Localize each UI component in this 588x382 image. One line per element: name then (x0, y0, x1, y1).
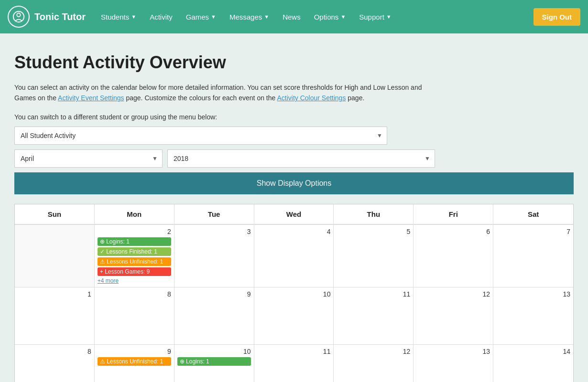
cal-cell-w1-sun (15, 225, 95, 287)
cal-date: 7 (496, 228, 570, 235)
page-description: You can select an activity on the calend… (14, 82, 445, 104)
cal-cell-w2-fri: 12 (414, 287, 493, 345)
cal-date: 4 (257, 228, 331, 235)
year-select-wrapper: 2015 2016 2017 2018 2019 2020 ▼ (167, 149, 435, 168)
cal-date: 5 (337, 228, 410, 235)
day-header-mon: Mon (95, 204, 174, 225)
day-header-fri: Fri (414, 204, 493, 225)
nav-item-students[interactable]: Students ▼ (95, 9, 142, 25)
student-select-row: All Student Activity ▼ (14, 127, 574, 145)
cal-cell-w2-wed: 10 (254, 287, 334, 345)
cal-cell-w3-thu: 12 (334, 345, 414, 382)
month-select-wrapper: January February March April May June Ju… (14, 149, 163, 168)
cal-date: 12 (337, 348, 410, 355)
cal-cell-w3-mon[interactable]: 9 ⚠ Lessons Unfinished: 1 (95, 345, 174, 382)
chevron-down-icon: ▼ (131, 14, 136, 20)
cal-cell-w1-wed: 4 (254, 225, 334, 287)
calendar-grid: 2 ⊕ Logins: 1 ✓ Lessons Finished: 1 ⚠ Le… (15, 225, 573, 382)
nav-item-games[interactable]: Games ▼ (180, 9, 222, 25)
event-lessons-unfinished-w3[interactable]: ⚠ Lessons Unfinished: 1 (98, 357, 171, 366)
main-content: Student Activity Overview You can select… (0, 33, 588, 382)
calendar-header: Sun Mon Tue Wed Thu Fri Sat (15, 204, 573, 225)
event-lessons-finished[interactable]: ✓ Lessons Finished: 1 (98, 247, 171, 256)
page-title: Student Activity Overview (14, 53, 574, 73)
calendar: Sun Mon Tue Wed Thu Fri Sat 2 ⊕ Logins: … (14, 204, 574, 382)
cal-date: 1 (18, 290, 91, 298)
cal-date: 9 (98, 348, 171, 355)
activity-colour-settings-link[interactable]: Activity Colour Settings (277, 94, 346, 102)
cal-cell-w1-sat: 7 (493, 225, 573, 287)
event-logins[interactable]: ⊕ Logins: 1 (98, 237, 171, 246)
event-lesson-games[interactable]: + Lesson Games: 9 (98, 267, 171, 276)
day-header-wed: Wed (254, 204, 334, 225)
nav-item-support[interactable]: Support ▼ (353, 9, 397, 25)
brand-name: Tonic Tutor (34, 11, 86, 22)
nav-item-options[interactable]: Options ▼ (308, 9, 352, 25)
cal-date: 10 (177, 348, 251, 355)
cal-cell-w2-tue: 9 (174, 287, 254, 345)
cal-date: 2 (98, 228, 171, 235)
day-header-thu: Thu (334, 204, 414, 225)
nav-item-messages[interactable]: Messages ▼ (224, 9, 275, 25)
student-select[interactable]: All Student Activity (14, 127, 387, 145)
month-select[interactable]: January February March April May June Ju… (14, 149, 163, 168)
cal-date: 6 (416, 228, 490, 235)
logo-icon (8, 6, 30, 28)
day-header-tue: Tue (174, 204, 254, 225)
cal-cell-w2-thu: 11 (334, 287, 414, 345)
cal-date: 10 (257, 290, 331, 298)
nav-links: Students ▼ Activity Games ▼ Messages ▼ N… (95, 9, 533, 25)
cal-date: 11 (257, 348, 331, 355)
nav-item-activity[interactable]: Activity (144, 9, 178, 25)
cal-cell-w3-wed: 11 (254, 345, 334, 382)
cal-date: 8 (18, 348, 91, 355)
cal-cell-w3-sun: 8 (15, 345, 95, 382)
cal-cell-w1-fri: 6 (414, 225, 493, 287)
cal-cell-w1-tue: 3 (174, 225, 254, 287)
brand-logo[interactable]: Tonic Tutor (8, 6, 86, 28)
activity-event-settings-link[interactable]: Activity Event Settings (58, 94, 124, 102)
cal-cell-w2-mon: 8 (95, 287, 174, 345)
student-select-wrapper: All Student Activity ▼ (14, 127, 387, 145)
show-display-options-button[interactable]: Show Display Options (14, 172, 574, 194)
cal-cell-w3-fri: 13 (414, 345, 493, 382)
navbar: Tonic Tutor Students ▼ Activity Games ▼ … (0, 0, 588, 33)
year-select[interactable]: 2015 2016 2017 2018 2019 2020 (167, 149, 435, 168)
more-events-link[interactable]: +4 more (98, 277, 171, 284)
cal-cell-w2-sun: 1 (15, 287, 95, 345)
chevron-down-icon: ▼ (340, 14, 346, 20)
cal-cell-w3-sat: 14 (493, 345, 573, 382)
cal-cell-w3-tue[interactable]: 10 ⊕ Logins: 1 (174, 345, 254, 382)
cal-date: 12 (416, 290, 490, 298)
cal-date: 13 (416, 348, 490, 355)
cal-date: 3 (177, 228, 251, 235)
event-logins-w3[interactable]: ⊕ Logins: 1 (177, 357, 251, 366)
cal-date: 13 (496, 290, 570, 298)
chevron-down-icon: ▼ (386, 14, 392, 20)
event-lessons-unfinished[interactable]: ⚠ Lessons Unfinished: 1 (98, 257, 171, 266)
cal-date: 9 (177, 290, 251, 298)
svg-point-1 (17, 13, 20, 17)
month-year-row: January February March April May June Ju… (14, 149, 574, 168)
sign-out-button[interactable]: Sign Out (534, 8, 581, 26)
switch-text: You can switch to a different student or… (14, 113, 574, 121)
cal-date: 11 (337, 290, 410, 298)
day-header-sat: Sat (493, 204, 573, 225)
chevron-down-icon: ▼ (264, 14, 269, 20)
chevron-down-icon: ▼ (211, 14, 216, 20)
day-header-sun: Sun (15, 204, 95, 225)
cal-cell-w2-sat: 13 (493, 287, 573, 345)
cal-date: 8 (98, 290, 171, 298)
cal-date: 14 (496, 348, 570, 355)
cal-cell-w1-mon[interactable]: 2 ⊕ Logins: 1 ✓ Lessons Finished: 1 ⚠ Le… (95, 225, 174, 287)
nav-item-news[interactable]: News (277, 9, 306, 25)
cal-cell-w1-thu: 5 (334, 225, 414, 287)
